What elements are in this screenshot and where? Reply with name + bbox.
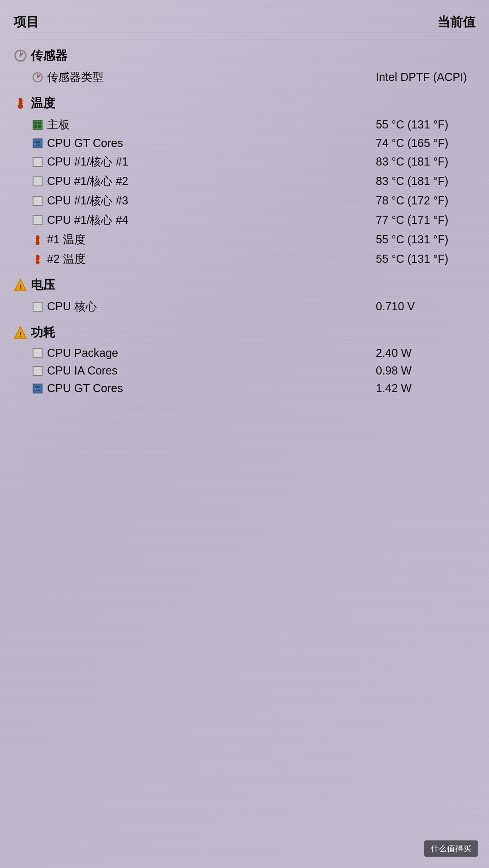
svg-text:!: ! [19,284,21,290]
table-header: 项目 当前值 [14,9,475,39]
cpu-gray-icon-3 [32,195,43,207]
cpu-gray-icon-v [32,301,43,313]
voltage-cpu-row: CPU 核心 0.710 V [32,297,475,316]
temp-motherboard-label: 主板 [47,117,70,132]
cpu-gray-icon-1 [32,156,43,168]
header-col1: 项目 [14,14,39,31]
voltage-title: 电压 [31,277,55,293]
temp-cpu-gt-row: GT CPU GT Cores 74 °C (165 °F) [32,134,475,152]
svg-point-9 [18,104,23,109]
sensor-type-text: 传感器类型 [47,70,104,85]
voltage-section: ! 电压 CPU 核心 0.710 V [14,275,475,316]
temp-core1-label: CPU #1/核心 #1 [47,154,128,169]
cpu-gray-icon-p2 [32,365,43,377]
temp-motherboard-row: 主板 55 °C (131 °F) [32,115,475,134]
power-gt-row: GT CPU GT Cores 1.42 W [32,379,475,397]
temp-core3-value: 78 °C (172 °F) [376,194,475,207]
svg-rect-15 [38,122,41,124]
cpu-gray-icon-4 [32,214,43,226]
temp-t1-label: #1 温度 [47,232,86,247]
svg-rect-22 [33,177,42,186]
temp-core4-label: CPU #1/核心 #4 [47,213,128,228]
temp-motherboard-value: 55 °C (131 °F) [376,118,475,131]
temp-core1-value: 83 °C (181 °F) [376,155,475,168]
svg-text:GT: GT [35,387,40,391]
svg-rect-14 [34,122,37,124]
sensor-section-icon [14,49,27,62]
power-ia-value: 0.98 W [376,364,475,377]
power-section-header: ! 功耗 [14,323,475,342]
sensor-rows: 传感器类型 Intel DPTF (ACPI) [27,67,475,87]
temp-t2-row: #2 温度 55 °C (131 °F) [32,249,475,269]
power-gt-value: 1.42 W [376,382,475,395]
svg-rect-24 [33,216,42,225]
power-ia-label: CPU IA Cores [47,364,118,377]
svg-rect-38 [33,349,42,358]
temp-t1-value: 55 °C (131 °F) [376,233,475,246]
header-col2: 当前值 [437,14,475,31]
svg-rect-17 [38,125,41,128]
svg-rect-29 [36,255,39,261]
temperature-section: 温度 主板 55 °C (13 [14,93,475,269]
voltage-section-header: ! 电压 [14,275,475,295]
temp-rows: 主板 55 °C (131 °F) GT CPU GT Cores [27,115,475,269]
temp-section-header: 温度 [14,93,475,113]
svg-point-3 [19,55,22,57]
sensor-section-header: 传感器 [14,46,475,66]
watermark: 什么值得买 [424,840,478,857]
sensor-type-value: Intel DPTF (ACPI) [376,71,475,84]
svg-rect-23 [33,196,42,205]
sensor-sub-icon [32,71,43,83]
thermo-icon-1 [32,234,43,246]
temp-t2-label: #2 温度 [47,251,86,266]
svg-point-26 [36,241,40,245]
voltage-section-icon: ! [14,278,27,292]
temp-title: 温度 [31,95,55,111]
power-package-label: CPU Package [47,346,118,360]
svg-rect-16 [34,125,37,128]
voltage-rows: CPU 核心 0.710 V [27,297,475,316]
cpu-gray-icon-2 [32,175,43,187]
svg-rect-21 [33,157,42,166]
voltage-cpu-value: 0.710 V [376,300,475,313]
svg-point-30 [36,260,40,264]
voltage-cpu-label: CPU 核心 [47,299,97,314]
temp-core3-label: CPU #1/核心 #3 [47,193,128,208]
cpu-blue-icon: GT [32,138,43,149]
cpu-gray-icon-p1 [32,347,43,359]
svg-rect-39 [33,366,42,375]
temp-core2-row: CPU #1/核心 #2 83 °C (181 °F) [32,171,475,191]
temp-core3-row: CPU #1/核心 #3 78 °C (172 °F) [32,191,475,210]
svg-rect-35 [33,302,42,311]
thermo-icon-2 [32,253,43,265]
svg-text:!: ! [19,331,21,338]
sensor-section: 传感器 传感器类型 Intel DPTF (ACPI) [14,46,475,87]
power-title: 功耗 [31,324,55,341]
motherboard-icon [32,119,43,131]
power-package-value: 2.40 W [376,346,475,360]
temp-core4-row: CPU #1/核心 #4 77 °C (171 °F) [32,210,475,230]
temp-core2-label: CPU #1/核心 #2 [47,174,128,189]
temp-core1-row: CPU #1/核心 #1 83 °C (181 °F) [32,152,475,171]
temp-core2-value: 83 °C (181 °F) [376,175,475,188]
power-section-icon: ! [14,326,27,339]
svg-rect-25 [36,235,39,242]
temp-t2-value: 55 °C (131 °F) [376,252,475,266]
screen: 项目 当前值 传感器 [0,0,489,868]
sensor-type-row: 传感器类型 Intel DPTF (ACPI) [32,67,475,87]
svg-point-7 [37,76,38,78]
temp-core4-value: 77 °C (171 °F) [376,213,475,227]
temp-t1-row: #1 温度 55 °C (131 °F) [32,230,475,249]
temp-cpu-gt-value: 74 °C (165 °F) [376,137,475,150]
power-rows: CPU Package 2.40 W CPU IA Cores 0.98 W [27,344,475,397]
svg-text:GT: GT [35,142,40,146]
sensor-title: 传感器 [31,47,67,64]
power-gt-label: CPU GT Cores [47,382,123,395]
power-ia-row: CPU IA Cores 0.98 W [32,362,475,379]
temp-section-icon [14,96,27,110]
sensor-type-label: 传感器类型 [32,70,104,85]
power-section: ! 功耗 CPU Package 2.40 W [14,323,475,397]
power-package-row: CPU Package 2.40 W [32,344,475,362]
cpu-blue-icon-p: GT [32,383,43,394]
temp-cpu-gt-label: CPU GT Cores [47,137,123,150]
